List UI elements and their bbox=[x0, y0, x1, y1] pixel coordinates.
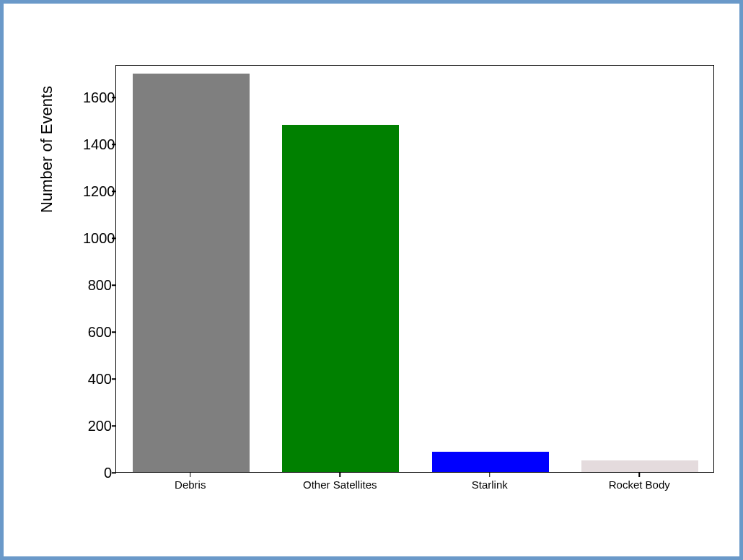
y-tick-mark bbox=[112, 284, 116, 286]
y-tick-label: 1400 bbox=[83, 136, 112, 153]
x-tick-label: Rocket Body bbox=[609, 478, 670, 491]
y-tick-mark bbox=[112, 425, 116, 426]
y-tick-label: 1600 bbox=[83, 89, 112, 106]
y-tick-label: 200 bbox=[83, 418, 112, 434]
bar bbox=[432, 452, 549, 472]
y-tick-mark bbox=[112, 97, 116, 99]
y-tick-mark bbox=[112, 378, 116, 380]
bar bbox=[282, 125, 399, 472]
plot-area bbox=[115, 65, 714, 473]
x-tick-label: Debris bbox=[175, 478, 206, 491]
y-tick-label: 1200 bbox=[83, 183, 112, 200]
x-tick-label: Other Satellites bbox=[303, 478, 377, 491]
y-tick-label: 0 bbox=[83, 465, 112, 481]
bar bbox=[133, 74, 250, 472]
bar bbox=[581, 460, 698, 472]
y-axis-label: Number of Events bbox=[38, 86, 56, 213]
y-tick-label: 400 bbox=[83, 371, 112, 388]
y-tick-label: 800 bbox=[83, 277, 112, 294]
y-tick-label: 1000 bbox=[83, 230, 112, 247]
y-tick-mark bbox=[112, 472, 116, 473]
x-tick-label: Starlink bbox=[472, 478, 508, 491]
y-tick-label: 600 bbox=[83, 324, 112, 341]
x-tick-mark bbox=[340, 473, 341, 477]
y-tick-mark bbox=[112, 331, 116, 333]
y-tick-mark bbox=[112, 144, 116, 146]
chart-container: Number of Events 02004006008001000120014… bbox=[61, 54, 725, 516]
x-tick-mark bbox=[489, 473, 491, 477]
x-tick-mark bbox=[639, 473, 641, 477]
y-tick-mark bbox=[112, 238, 116, 240]
y-tick-mark bbox=[112, 191, 116, 193]
x-tick-mark bbox=[190, 473, 191, 477]
